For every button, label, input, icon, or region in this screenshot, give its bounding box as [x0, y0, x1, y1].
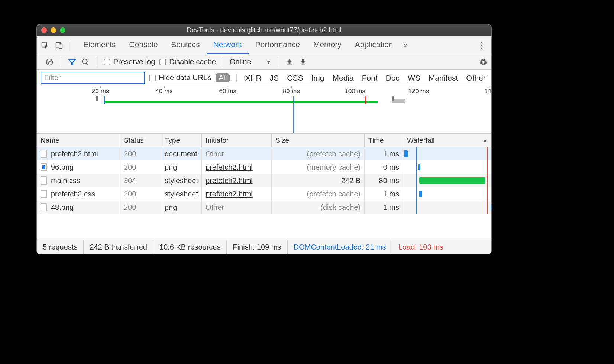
- svg-rect-2: [59, 44, 62, 48]
- titlebar: DevTools - devtools.glitch.me/wndt77/pre…: [37, 24, 491, 36]
- request-name: 48.png: [51, 203, 74, 212]
- clear-icon[interactable]: [45, 58, 54, 66]
- kebab-menu-icon[interactable]: [477, 41, 486, 50]
- file-icon: [41, 150, 47, 158]
- file-icon: [41, 163, 47, 171]
- sb-requests: 5 requests: [37, 240, 84, 254]
- request-initiator: Other: [202, 147, 272, 160]
- filter-type-img[interactable]: Img: [310, 74, 326, 82]
- request-initiator[interactable]: prefetch2.html: [202, 174, 272, 187]
- filter-type-js[interactable]: JS: [268, 74, 281, 82]
- request-status: 304: [120, 174, 161, 187]
- request-status: 200: [120, 160, 161, 174]
- request-size: (prefetch cache): [272, 147, 365, 160]
- request-size: (prefetch cache): [272, 187, 365, 201]
- col-status[interactable]: Status: [120, 134, 161, 147]
- timeline-overview[interactable]: 20 ms40 ms60 ms80 ms100 ms120 ms14: [37, 86, 491, 134]
- throttling-select[interactable]: Online ▼: [230, 58, 271, 66]
- search-icon[interactable]: [81, 58, 90, 66]
- table-row[interactable]: prefetch2.html200documentOther(prefetch …: [37, 147, 491, 160]
- filter-icon[interactable]: [68, 58, 77, 66]
- col-type[interactable]: Type: [161, 134, 202, 147]
- filter-type-xhr[interactable]: XHR: [243, 74, 263, 82]
- request-initiator: Other: [202, 201, 272, 214]
- request-type: document: [161, 147, 202, 160]
- hide-data-urls-checkbox[interactable]: Hide data URLs: [149, 74, 211, 82]
- svg-point-8: [83, 59, 87, 64]
- request-size: 242 B: [272, 174, 365, 187]
- svg-rect-11: [301, 64, 305, 65]
- filter-type-ws[interactable]: WS: [406, 74, 422, 82]
- tab-network[interactable]: Network: [207, 36, 249, 54]
- file-icon: [41, 190, 47, 198]
- disable-cache-label: Disable cache: [169, 58, 216, 66]
- upload-har-icon[interactable]: [285, 58, 294, 66]
- inspect-element-icon[interactable]: [41, 41, 49, 50]
- request-size: (disk cache): [272, 201, 365, 214]
- devtools-window: DevTools - devtools.glitch.me/wndt77/pre…: [36, 24, 492, 254]
- table-row[interactable]: main.css304stylesheetprefetch2.html242 B…: [37, 174, 491, 187]
- filter-input[interactable]: [41, 72, 145, 84]
- sb-load: Load: 103 ms: [392, 240, 449, 254]
- col-name[interactable]: Name: [37, 134, 120, 147]
- panel-tabs: ElementsConsoleSourcesNetworkPerformance…: [37, 36, 491, 54]
- separator: [278, 57, 278, 67]
- minimize-window-button[interactable]: [51, 27, 56, 33]
- separator: [61, 57, 61, 67]
- tab-memory[interactable]: Memory: [307, 36, 348, 54]
- request-time: 1 ms: [365, 187, 403, 201]
- zoom-window-button[interactable]: [60, 27, 65, 33]
- request-waterfall: [403, 187, 491, 201]
- col-time[interactable]: Time: [365, 134, 403, 147]
- sb-transferred: 242 B transferred: [84, 240, 154, 254]
- overview-handle-left[interactable]: [96, 96, 98, 101]
- table-row[interactable]: 48.png200pngOther(disk cache)1 ms: [37, 201, 491, 214]
- tab-sources[interactable]: Sources: [165, 36, 207, 54]
- preserve-log-checkbox[interactable]: Preserve log: [104, 58, 155, 66]
- col-initiator[interactable]: Initiator: [202, 134, 272, 147]
- file-icon: [41, 203, 47, 211]
- overview-handle-right[interactable]: [392, 96, 394, 101]
- tab-performance[interactable]: Performance: [249, 36, 307, 54]
- col-size[interactable]: Size: [272, 134, 365, 147]
- filter-type-manifest[interactable]: Manifest: [427, 74, 459, 82]
- tab-elements[interactable]: Elements: [77, 36, 123, 54]
- filter-type-doc[interactable]: Doc: [384, 74, 401, 82]
- device-toolbar-icon[interactable]: [55, 41, 64, 50]
- more-tabs-button[interactable]: »: [400, 36, 411, 54]
- close-window-button[interactable]: [41, 27, 47, 33]
- tab-application[interactable]: Application: [348, 36, 400, 54]
- file-icon: [41, 176, 47, 185]
- filter-type-media[interactable]: Media: [331, 74, 355, 82]
- table-row[interactable]: 96.png200pngprefetch2.html(memory cache)…: [37, 160, 491, 174]
- request-status: 200: [120, 147, 161, 160]
- request-waterfall: [403, 201, 491, 214]
- filter-type-css[interactable]: CSS: [285, 74, 304, 82]
- request-name: 96.png: [51, 163, 74, 172]
- request-time: 1 ms: [365, 201, 403, 214]
- hide-data-urls-label: Hide data URLs: [159, 74, 211, 82]
- request-status: 200: [120, 201, 161, 214]
- request-size: (memory cache): [272, 160, 365, 174]
- tab-console[interactable]: Console: [123, 36, 165, 54]
- sb-resources: 10.6 KB resources: [154, 240, 227, 254]
- tick: 40 ms: [155, 88, 172, 95]
- download-har-icon[interactable]: [298, 58, 307, 66]
- separator: [71, 40, 71, 51]
- col-waterfall[interactable]: Waterfall▲: [403, 134, 491, 147]
- filter-type-other[interactable]: Other: [465, 74, 487, 82]
- network-toolbar: Preserve log Disable cache Online ▼: [37, 54, 491, 70]
- request-waterfall: [403, 174, 491, 187]
- request-initiator[interactable]: prefetch2.html: [202, 160, 272, 174]
- table-row[interactable]: prefetch2.css200stylesheetprefetch2.html…: [37, 187, 491, 201]
- filter-type-font[interactable]: Font: [361, 74, 379, 82]
- request-name: main.css: [51, 176, 80, 185]
- request-initiator[interactable]: prefetch2.html: [202, 187, 272, 201]
- disable-cache-checkbox[interactable]: Disable cache: [159, 58, 216, 66]
- request-name: prefetch2.html: [51, 150, 98, 158]
- sb-finish: Finish: 109 ms: [227, 240, 287, 254]
- filter-type-all[interactable]: All: [216, 73, 230, 82]
- settings-gear-icon[interactable]: [479, 58, 488, 66]
- separator: [97, 57, 97, 67]
- window-title: DevTools - devtools.glitch.me/wndt77/pre…: [37, 26, 491, 34]
